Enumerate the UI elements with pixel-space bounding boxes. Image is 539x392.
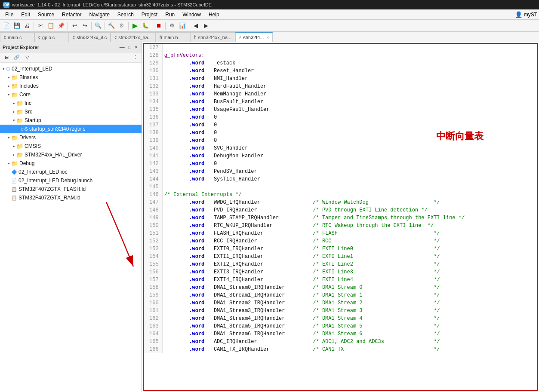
sidebar-close-button[interactable]: × xyxy=(133,44,139,51)
line-number: 146 xyxy=(144,191,162,199)
folder-icon-hal: 📁 xyxy=(16,152,23,158)
cut-button[interactable]: ✂ xyxy=(36,21,45,31)
line-number: 162 xyxy=(144,315,162,322)
tree-item-launch[interactable]: 📄 02_Interrupt_LED Debug.launch xyxy=(0,176,142,185)
tab-main-h[interactable]: h main.h xyxy=(156,32,190,42)
menu-source[interactable]: Source xyxy=(34,11,58,18)
line-number: 138 xyxy=(144,129,162,137)
stop-button[interactable]: ⏹ xyxy=(154,21,163,31)
open-perspective-button[interactable]: 📊 xyxy=(178,21,187,31)
toolbar: 📄 💾 🖨 ✂ 📋 📌 ↩ ↪ 🔍 🔨 ⚙ ▶ 🐛 ⏹ ⚙ 📊 ◀ ▶ xyxy=(0,20,539,32)
tree-item-core[interactable]: 📁 Core xyxy=(0,90,142,99)
code-line: .word FLASH_IRQHandler /* FLASH */ xyxy=(162,230,537,237)
tree-item-startup[interactable]: 📁 Startup xyxy=(0,116,142,125)
tree-label-launch: 02_Interrupt_LED Debug.launch xyxy=(18,178,92,184)
tree-item-src[interactable]: 📁 Src xyxy=(0,107,142,116)
build-all-button[interactable]: ⚙ xyxy=(117,21,126,31)
menu-navigate[interactable]: Navigate xyxy=(86,11,113,18)
tab-close-icon[interactable]: × xyxy=(266,35,269,40)
run-button[interactable]: ▶ xyxy=(130,21,140,31)
link-editor-button[interactable]: 🔗 xyxy=(12,53,22,62)
menu-project[interactable]: Project xyxy=(138,11,161,18)
search-button[interactable]: 🔍 xyxy=(93,21,103,31)
code-line: .word Reset_Handler xyxy=(162,67,537,75)
copy-button[interactable]: 📋 xyxy=(46,21,55,31)
code-line: /* External Interrupts */ xyxy=(162,191,537,199)
tree-item-project[interactable]: ⬡ 02_Interrupt_LED xyxy=(0,64,142,73)
code-line: .word DMA1_Stream1_IRQHandler /* DMA1 St… xyxy=(162,291,537,299)
prev-button[interactable]: ◀ xyxy=(191,21,200,31)
menu-edit[interactable]: Edit xyxy=(18,11,34,18)
editor-area: 中断向量表 127128g_pfnVectors:129 .word _esta… xyxy=(142,42,539,392)
menu-file[interactable]: File xyxy=(2,11,17,18)
debug-button[interactable]: 🐛 xyxy=(141,21,150,31)
tree-item-ioc[interactable]: 🔷 02_Interrupt_LED.ioc xyxy=(0,168,142,176)
table-row: 152 .word RCC_IRQHandler /* RCC */ xyxy=(144,237,537,245)
toolbar-sep-6 xyxy=(152,22,152,30)
code-line: .word 0 xyxy=(162,129,537,137)
sidebar-maximize-button[interactable]: □ xyxy=(127,44,132,51)
print-button[interactable]: 🖨 xyxy=(22,21,32,31)
build-button[interactable]: 🔨 xyxy=(107,21,116,31)
next-button[interactable]: ▶ xyxy=(201,21,211,31)
tree-item-inc[interactable]: 📁 Inc xyxy=(0,99,142,107)
line-number: 141 xyxy=(144,152,162,160)
code-line: .word EXTI0_IRQHandler /* EXTI Line0 */ xyxy=(162,245,537,253)
settings-button[interactable]: ⚙ xyxy=(167,21,177,31)
line-number: 131 xyxy=(144,75,162,83)
tree-arrow-drivers xyxy=(6,135,11,140)
view-menu-button[interactable]: ⋮ xyxy=(130,53,140,62)
table-row: 134 .word BusFault_Handler xyxy=(144,98,537,106)
annotation-arrow xyxy=(0,202,142,392)
undo-button[interactable]: ↩ xyxy=(70,21,79,31)
tab-gpio-c[interactable]: c gpio.c xyxy=(34,32,69,42)
tree-item-cmsis[interactable]: 📁 CMSIS xyxy=(0,142,142,150)
line-number: 144 xyxy=(144,175,162,183)
tree-label-startup-file: startup_stm32f407zgtx.s xyxy=(29,126,86,132)
menubar: File Edit Source Refactor Navigate Searc… xyxy=(0,9,539,20)
table-row: 156 .word EXTI3_IRQHandler /* EXTI Line3… xyxy=(144,268,537,276)
tree-item-hal[interactable]: 📁 STM32F4xx_HAL_Driver xyxy=(0,150,142,159)
tree-item-flash-ld[interactable]: 📋 STM32F407ZGTX_FLASH.ld xyxy=(0,185,142,193)
tree-item-includes[interactable]: 📁 Includes xyxy=(0,82,142,90)
menu-help[interactable]: Help xyxy=(205,11,223,18)
tab-stm32-it[interactable]: c stm32f4xx_it.c xyxy=(69,32,111,42)
line-number: 145 xyxy=(144,183,162,191)
table-row: 154 .word EXTI1_IRQHandler /* EXTI Line1… xyxy=(144,253,537,260)
code-line: .word PVD_IRQHandler /* PVD through EXTI… xyxy=(162,206,537,214)
line-number: 136 xyxy=(144,113,162,121)
project-icon: ⬡ xyxy=(6,66,10,72)
save-button[interactable]: 💾 xyxy=(12,21,22,31)
tab-stm32-ha2[interactable]: h stm32f4xx_ha... xyxy=(190,32,235,42)
tree-item-debug[interactable]: 📁 Debug xyxy=(0,159,142,168)
tab-stm32-ha1[interactable]: c stm32f4xx_ha... xyxy=(111,32,156,42)
tabbar: c main.c c gpio.c c stm32f4xx_it.c c stm… xyxy=(0,32,539,42)
line-number: 163 xyxy=(144,322,162,330)
tree-label-startup: Startup xyxy=(25,117,41,123)
tree-item-binaries[interactable]: 📁 Binaries xyxy=(0,73,142,82)
tree-label-debug: Debug xyxy=(19,160,34,166)
table-row: 147 .word WWDG_IRQHandler /* Window Watc… xyxy=(144,199,537,206)
sidebar-minimize-button[interactable]: — xyxy=(118,44,126,51)
paste-button[interactable]: 📌 xyxy=(56,21,66,31)
tree-item-drivers[interactable]: 📁 Drivers xyxy=(0,133,142,142)
s-file-icon: ▷S xyxy=(22,127,28,132)
filter-button[interactable]: ▽ xyxy=(22,53,32,62)
collapse-all-button[interactable]: ⊟ xyxy=(2,53,11,62)
tree-item-ram-ld[interactable]: 📋 STM32F407ZGTX_RAM.ld xyxy=(0,193,142,202)
redo-button[interactable]: ↪ xyxy=(80,21,89,31)
menu-search[interactable]: Search xyxy=(114,11,137,18)
new-button[interactable]: 📄 xyxy=(2,21,11,31)
menu-refactor[interactable]: Refactor xyxy=(59,11,85,18)
tree-label-hal: STM32F4xx_HAL_Driver xyxy=(25,152,82,158)
menu-window[interactable]: Window xyxy=(179,11,204,18)
tree-arrow-includes xyxy=(6,84,11,88)
tree-label-flash-ld: STM32F407ZGTX_FLASH.ld xyxy=(18,186,86,192)
table-row: 133 .word MemManage_Handler xyxy=(144,90,537,98)
table-row: 160 .word DMA1_Stream2_IRQHandler /* DMA… xyxy=(144,299,537,307)
tree-item-startup-file[interactable]: ▷S startup_stm32f407zgtx.s xyxy=(0,125,142,133)
tab-startup-s[interactable]: s stm32f4... × xyxy=(235,32,273,42)
tab-main-c[interactable]: c main.c xyxy=(0,32,34,42)
menu-run[interactable]: Run xyxy=(162,11,178,18)
code-container[interactable]: 中断向量表 127128g_pfnVectors:129 .word _esta… xyxy=(143,43,538,391)
